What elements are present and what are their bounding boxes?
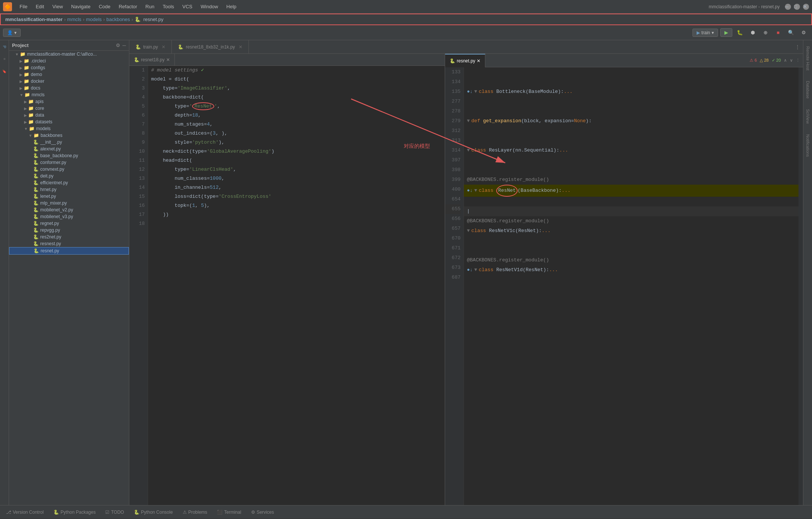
tree-mobilenet-v3[interactable]: 🐍 mobilenet_v3.py	[9, 213, 129, 220]
right-panel-notifications[interactable]: Notifications	[805, 131, 811, 160]
menu-file[interactable]: File	[16, 2, 31, 11]
bottom-tab-python-packages[interactable]: 🐍 Python Packages	[49, 508, 100, 516]
right-panel-database[interactable]: Database	[805, 78, 811, 102]
tree-repvgg[interactable]: 🐍 repvgg.py	[9, 227, 129, 234]
tab-close-icon[interactable]: ✕	[166, 57, 170, 62]
bottom-tab-version-control[interactable]: ⎇ Version Control	[2, 508, 48, 516]
tree-resnest[interactable]: 🐍 resnest.py	[9, 240, 129, 247]
tree-deit[interactable]: 🐍 deit.py	[9, 173, 129, 179]
collapse-icon[interactable]: ▼	[467, 146, 470, 155]
collapse-icon[interactable]: ▼	[467, 116, 470, 126]
tree-circleci[interactable]: ▶ 📁 .circleci	[9, 58, 129, 64]
breadcrumb-part-1[interactable]: mmcls	[67, 17, 82, 22]
tree-core[interactable]: ▶ 📁 core	[9, 105, 129, 112]
rcode-312	[464, 126, 798, 136]
search-button[interactable]: 🔍	[786, 27, 796, 38]
tree-resnet[interactable]: 🐍 resnet.py	[9, 247, 129, 255]
tree-convnext[interactable]: 🐍 convnext.py	[9, 166, 129, 173]
right-panel-sciview[interactable]: SciView	[805, 106, 811, 127]
tab-close-icon[interactable]: ✕	[162, 44, 165, 50]
menu-tools[interactable]: Tools	[159, 2, 178, 11]
maximize-button[interactable]: □	[794, 4, 800, 10]
tree-efficientnet[interactable]: 🐍 efficientnet.py	[9, 179, 129, 186]
menu-refactor[interactable]: Refactor	[115, 2, 141, 11]
settings-button[interactable]: ⚙	[798, 27, 809, 38]
tree-backbones[interactable]: ▼ 📁 backbones	[9, 132, 129, 139]
menu-vcs[interactable]: VCS	[179, 2, 196, 11]
coverage-button[interactable]: ⬢	[747, 27, 758, 38]
tree-hrnet[interactable]: 🐍 hrnet.py	[9, 186, 129, 193]
tree-alexnet[interactable]: 🐍 alexnet.py	[9, 146, 129, 152]
panel-collapse-icon[interactable]: ─	[123, 42, 126, 48]
tree-configs[interactable]: ▶ 📁 configs	[9, 64, 129, 71]
run-config-button[interactable]: ▶ train ▾	[692, 29, 718, 37]
right-tab-resnet[interactable]: 🐍 resnet.py ✕	[445, 54, 485, 67]
tree-regnet[interactable]: 🐍 regnet.py	[9, 220, 129, 227]
panel-gear-icon[interactable]: ⚙	[116, 42, 120, 48]
right-panel-remote-host[interactable]: Remote Host	[805, 43, 811, 73]
sidebar-bookmark-icon[interactable]: 🔖	[1, 67, 8, 75]
bottom-tab-services[interactable]: ⚙ Services	[247, 508, 279, 516]
breadcrumb-part-2[interactable]: models	[86, 17, 102, 22]
bp-icon[interactable]: ●↓	[467, 87, 473, 97]
tree-demo[interactable]: ▶ 📁 demo	[9, 71, 129, 78]
menu-window[interactable]: Window	[197, 2, 222, 11]
breadcrumb-part-0[interactable]: mmclassification-master	[5, 17, 62, 22]
menu-navigate[interactable]: Navigate	[67, 2, 94, 11]
tree-lenet[interactable]: 🐍 lenet.py	[9, 193, 129, 200]
stop-button[interactable]: ■	[773, 27, 783, 38]
tree-apis[interactable]: ▶ 📁 apis	[9, 98, 129, 105]
right-code-content[interactable]: ●↓ ▼ class Bottleneck(BaseModule):... ▼ …	[464, 67, 798, 505]
tree-mmcls[interactable]: ▼ 📁 mmcls	[9, 91, 129, 98]
tabs-menu-icon[interactable]: ⋮	[796, 58, 800, 63]
nav-down-icon[interactable]: ∨	[790, 58, 793, 63]
tree-data[interactable]: ▶ 📁 data	[9, 112, 129, 118]
breadcrumb-part-4[interactable]: resnet.py	[143, 17, 163, 22]
tree-docs[interactable]: ▶ 📁 docs	[9, 85, 129, 91]
git-user-button[interactable]: 👤 ▾	[3, 29, 21, 37]
collapse-icon[interactable]: ▼	[467, 226, 470, 236]
bottom-tab-todo[interactable]: ☑ TODO	[101, 508, 128, 516]
code-content[interactable]: # model settings ✓ model = dict( type='I…	[148, 66, 445, 505]
menu-code[interactable]: Code	[95, 2, 114, 11]
bp-icon[interactable]: ●↓	[467, 186, 473, 196]
tree-mlp-mixer[interactable]: 🐍 mlp_mixer.py	[9, 200, 129, 206]
left-tab-resnet18[interactable]: 🐍 resnet18.py ✕	[129, 54, 175, 66]
profile-button[interactable]: ⊕	[760, 27, 771, 38]
menu-view[interactable]: View	[48, 2, 67, 11]
code-text: 512	[210, 183, 218, 192]
tree-datasets[interactable]: ▶ 📁 datasets	[9, 118, 129, 125]
tab-train-py[interactable]: 🐍 train.py ✕	[129, 40, 172, 54]
menu-run[interactable]: Run	[142, 2, 158, 11]
tab-resnet18-config[interactable]: 🐍 resnet18_8xb32_in1k.py ✕	[172, 40, 249, 54]
tab-close-icon[interactable]: ✕	[239, 44, 242, 50]
collapse-icon[interactable]: ▼	[474, 265, 477, 275]
nav-up-icon[interactable]: ∧	[784, 58, 787, 63]
tree-base-backbone[interactable]: 🐍 base_backbone.py	[9, 152, 129, 159]
bottom-tab-python-console[interactable]: 🐍 Python Console	[129, 508, 177, 516]
bottom-tab-problems[interactable]: ⚠ Problems	[178, 508, 212, 516]
menu-help[interactable]: Help	[223, 2, 240, 11]
tree-models[interactable]: ▼ 📁 models	[9, 125, 129, 132]
run-button[interactable]: ▶	[720, 28, 732, 37]
minimize-button[interactable]: ─	[785, 4, 791, 10]
tree-conformer[interactable]: 🐍 conformer.py	[9, 159, 129, 166]
bp-icon[interactable]: ●↓	[467, 265, 473, 275]
tree-docker[interactable]: ▶ 📁 docker	[9, 78, 129, 85]
breadcrumb-part-3[interactable]: backbones	[106, 17, 130, 22]
tree-init-py[interactable]: 🐍 __init__.py	[9, 139, 129, 146]
menu-edit[interactable]: Edit	[32, 2, 48, 11]
collapse-icon[interactable]: ▼	[474, 87, 477, 97]
right-scrollbar[interactable]	[798, 67, 803, 505]
collapse-icon[interactable]: ▼	[474, 186, 477, 196]
tabs-more-button[interactable]: ⋮	[792, 44, 803, 50]
tree-mobilenet-v2[interactable]: 🐍 mobilenet_v2.py	[9, 206, 129, 213]
sidebar-structure-icon[interactable]: ≡	[1, 55, 8, 63]
tree-res2net[interactable]: 🐍 res2net.py	[9, 234, 129, 240]
sidebar-project-icon[interactable]: P	[1, 43, 8, 51]
debug-button[interactable]: 🐛	[735, 27, 745, 38]
tab-close-icon[interactable]: ✕	[477, 58, 480, 64]
tree-root[interactable]: ▼ 📁 mmclassification-master C:\all\co...	[9, 51, 129, 58]
close-button[interactable]: ✕	[803, 4, 809, 10]
bottom-tab-terminal[interactable]: ⬛ Terminal	[212, 508, 245, 516]
